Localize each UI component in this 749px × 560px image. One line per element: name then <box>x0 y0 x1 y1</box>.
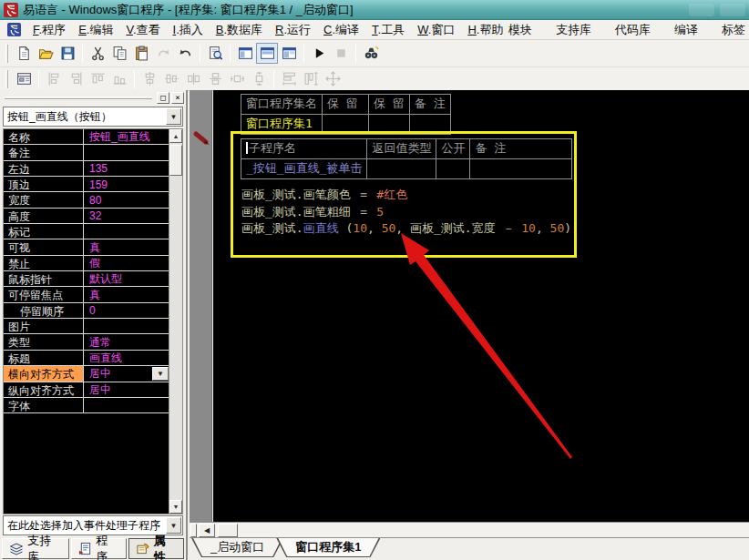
maximize-button[interactable] <box>720 4 745 16</box>
toolbar-grip[interactable] <box>5 45 8 63</box>
doc-tab-窗口程序集1[interactable]: 窗口程序集1 <box>276 538 380 557</box>
undo-button[interactable] <box>174 43 196 64</box>
table-cell-header[interactable]: 子程序名 <box>241 139 367 159</box>
editor-canvas[interactable]: 窗口程序集名保 留保 留备 注窗口程序集1 子程序名返回值类型公开备 注_按钮_… <box>213 90 749 522</box>
property-row[interactable]: 高度32 <box>4 209 169 224</box>
property-row[interactable]: 鼠标指针默认型 <box>4 271 169 287</box>
code-line[interactable]: 画板_测试.画直线 (10, 50, 画板_测试.宽度 － 10, 50) <box>241 220 571 238</box>
scrollbar-thumb[interactable] <box>218 524 238 537</box>
table-cell-value[interactable] <box>436 159 470 179</box>
toolbar-separator <box>355 45 356 63</box>
cut-button[interactable] <box>87 43 108 64</box>
window-layout-top-button[interactable] <box>256 43 278 64</box>
property-row[interactable]: 字体 <box>4 398 169 413</box>
print-preview-button[interactable] <box>204 43 226 64</box>
scroll-left-icon[interactable]: ◀ <box>199 524 215 537</box>
chevron-down-icon[interactable]: ▼ <box>166 108 181 125</box>
property-value <box>84 319 169 333</box>
table-cell-header[interactable]: 备 注 <box>470 139 572 159</box>
property-row[interactable]: 名称按钮_画直线 <box>4 129 169 145</box>
menu-R[interactable]: R.运行 <box>269 21 317 38</box>
window-layout-grid-button[interactable] <box>278 43 300 64</box>
property-row[interactable]: 禁止假 <box>4 256 169 271</box>
center-vertically-button <box>160 68 182 89</box>
menu-C[interactable]: C.编译 <box>317 21 365 38</box>
table-cell-value[interactable] <box>367 159 436 179</box>
property-row[interactable]: 备注 <box>4 145 169 160</box>
property-row[interactable]: 宽度80 <box>4 192 169 208</box>
scrollbar-thumb[interactable] <box>169 145 182 176</box>
form-designer-button[interactable] <box>13 68 35 89</box>
menu-right-item[interactable]: 编译 <box>672 20 700 40</box>
property-row[interactable]: 标题画直线 <box>4 351 169 366</box>
menu-B[interactable]: B.数据库 <box>210 21 269 38</box>
find-binoculars-button[interactable] <box>360 43 382 64</box>
paste-button[interactable] <box>130 43 152 64</box>
menu-V[interactable]: V.查看 <box>119 21 166 38</box>
property-grid-scrollbar[interactable]: ▲ ▼ <box>169 129 182 514</box>
code-editor: 窗口程序集名保 留保 留备 注窗口程序集1 子程序名返回值类型公开备 注_按钮_… <box>190 90 749 560</box>
table-cell-value[interactable]: _按钮_画直线_被单击 <box>241 159 367 179</box>
editor-horizontal-scrollbar[interactable]: ◀ <box>190 522 749 537</box>
table-cell-header[interactable]: 公开 <box>436 139 470 159</box>
object-selector-combo[interactable]: 按钮_画直线（按钮） ▼ <box>3 107 183 127</box>
menu-bar: F.程序E.编辑V.查看I.插入B.数据库R.运行C.编译T.工具W.窗口H.帮… <box>0 20 749 40</box>
find-binoculars-icon <box>364 46 379 61</box>
save-file-button[interactable] <box>56 43 78 64</box>
menu-right-item[interactable]: 支持库 <box>554 20 593 40</box>
menu-F[interactable]: F.程序 <box>26 21 72 38</box>
table-cell-header[interactable]: 返回值类型 <box>367 139 436 159</box>
panel-tab-支持库[interactable]: 支持库 <box>2 538 69 559</box>
property-row[interactable]: 类型通常 <box>4 334 169 350</box>
chevron-down-icon[interactable]: ▼ <box>166 517 181 534</box>
toolbar-grip[interactable] <box>5 70 8 88</box>
menu-H[interactable]: H.帮助 <box>461 21 509 38</box>
property-value: 默认型 <box>84 271 169 286</box>
property-row[interactable]: 左边135 <box>4 161 169 177</box>
new-file-button[interactable] <box>13 43 35 64</box>
property-row[interactable]: 停留顺序0 <box>4 303 169 319</box>
open-file-button[interactable] <box>35 43 56 64</box>
menu-right-item[interactable]: 标签 <box>720 20 747 40</box>
property-row[interactable]: 横向对齐方式居中▼ <box>4 366 169 382</box>
property-label: 宽度 <box>4 192 84 207</box>
yi-menu-logo-icon <box>7 23 21 36</box>
window-layout-left-button[interactable] <box>234 43 256 64</box>
run-button[interactable] <box>308 43 330 64</box>
menu-right-item[interactable]: 模块 <box>507 20 534 40</box>
menu-T[interactable]: T.工具 <box>365 21 411 38</box>
property-row[interactable]: 可视真 <box>4 239 169 255</box>
align-centers-h-button <box>182 68 204 89</box>
property-row[interactable]: 标记 <box>4 224 169 239</box>
panel-drag-grip[interactable] <box>5 97 152 99</box>
table-cell-header[interactable]: 窗口程序集名 <box>241 95 323 115</box>
panel-restore-button[interactable]: □ <box>157 92 169 104</box>
code-line[interactable]: 画板_测试.画笔颜色 ＝ #红色 <box>241 187 571 204</box>
minimize-button[interactable] <box>689 4 714 16</box>
menu-E[interactable]: E.编辑 <box>72 21 119 38</box>
menu-right-item[interactable]: 代码库 <box>613 20 652 40</box>
property-row[interactable]: 可停留焦点真 <box>4 287 169 302</box>
property-row[interactable]: 图片 <box>4 319 169 334</box>
scroll-down-icon[interactable]: ▼ <box>169 500 182 514</box>
panel-tab-程序[interactable]: 程序 <box>71 538 126 559</box>
code-line[interactable]: 画板_测试.画笔粗细 ＝ 5 <box>241 204 571 221</box>
table-cell-header[interactable]: 保 留 <box>323 95 369 115</box>
save-file-icon <box>60 46 76 61</box>
property-value: 真 <box>84 239 169 254</box>
scroll-up-icon[interactable]: ▲ <box>169 129 182 143</box>
chevron-down-icon[interactable]: ▼ <box>152 367 169 381</box>
splitter-handle[interactable] <box>190 524 197 537</box>
property-row[interactable]: 纵向对齐方式居中 <box>4 382 169 398</box>
copy-button[interactable] <box>108 43 130 64</box>
table-cell-value[interactable] <box>470 159 572 179</box>
property-row[interactable]: 顶边159 <box>4 177 169 192</box>
table-cell-header[interactable]: 保 留 <box>369 95 410 115</box>
panel-close-button[interactable]: × <box>171 92 184 104</box>
table-cell-header[interactable]: 备 注 <box>409 95 450 115</box>
menu-I[interactable]: I.插入 <box>167 21 210 38</box>
panel-tab-属性[interactable]: 属性 <box>128 538 184 559</box>
menu-W[interactable]: W.窗口 <box>411 21 461 38</box>
doc-tab-_启动窗口[interactable]: _启动窗口 <box>191 538 283 557</box>
align-top-edges-button <box>87 68 108 89</box>
